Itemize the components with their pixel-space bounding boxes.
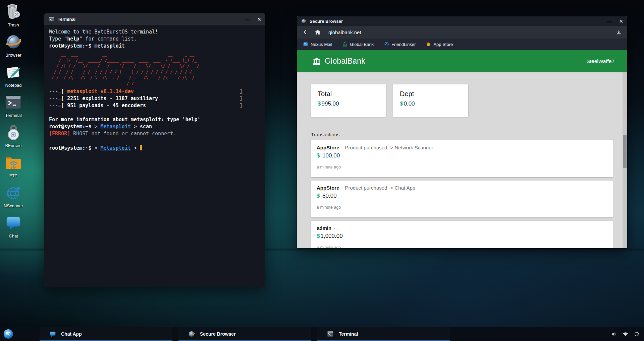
bookmark-friendlinker[interactable]: FriendLinker (384, 42, 416, 47)
taskbar-item-terminal[interactable]: Terminal (317, 327, 450, 341)
site-brand-name: GlobalBank (325, 57, 365, 66)
terminal-close-button[interactable]: ✕ (257, 17, 261, 22)
taskbar-item-label: Terminal (339, 331, 358, 337)
browser-navbar: globalbank.net (297, 26, 627, 39)
terminal-line-scan: root@system:~$ > Metasploit > scan (49, 123, 261, 130)
terminal-prompt-line[interactable]: root@system:~$ > Metasploit > (49, 145, 261, 152)
terminal-window-title: Terminal (58, 17, 75, 22)
logout-icon[interactable] (634, 331, 640, 337)
desktop-icon-ftp[interactable]: FTP FTP (3, 153, 24, 177)
account-cards: Total $995.00 Dept $0.00 (311, 84, 613, 117)
notepad-icon (4, 63, 22, 82)
terminal-window: Terminal — ✕ Welcome to the ByteBurstOS … (44, 13, 265, 287)
scrollbar-thumb[interactable] (623, 135, 627, 168)
desktop-icon-label: Chat (9, 233, 18, 238)
volume-icon[interactable] (611, 331, 617, 337)
network-globe-icon (4, 184, 22, 203)
metasploit-ascii-banner: __ ___ __ __ _ __ / |/ /__ _____/ /_____… (49, 52, 261, 87)
shopping-bag-icon (426, 42, 431, 47)
browser-window-title: Secure Browser (310, 19, 343, 24)
taskbar-items: Chat App Secure Browser (40, 327, 450, 341)
desktop-icon-label: FTP (9, 173, 18, 178)
desktop-icon-label: Notepad (5, 83, 21, 88)
bookmark-app-store[interactable]: App Store (426, 42, 453, 47)
taskbar: Chat App Secure Browser (0, 327, 644, 341)
transaction-amount: $1,000.00 (317, 233, 607, 240)
desktop-icon-notepad[interactable]: Notepad (3, 63, 24, 86)
terminal-line-type-help: Type "help" for command list. (49, 36, 261, 43)
logged-in-user: SteelWaffe7 (586, 58, 614, 64)
desktop-icon-label: BForcee (5, 143, 21, 148)
desktop-icon-terminal[interactable]: Terminal (3, 93, 24, 117)
transaction-row[interactable]: admin-. $1,000.00 a minute ago (311, 221, 613, 248)
desktop-icon-chat[interactable]: Chat (3, 214, 24, 237)
bookmarks-bar: Nexus Mail Global Bank FriendLinker App … (297, 39, 627, 50)
desktop-icon-trash[interactable]: Trash (3, 3, 24, 26)
terminal-line-error: [ERROR] RHOST not found or cannot connec… (49, 130, 261, 137)
home-icon[interactable] (314, 29, 321, 36)
terminal-titlebar[interactable]: Terminal — ✕ (44, 13, 265, 25)
taskbar-item-secure-browser[interactable]: Secure Browser (178, 327, 311, 341)
account-amount: $995.00 (318, 100, 379, 107)
transaction-time: a minute ago (317, 245, 607, 248)
transactions-list: AppStore-Product purchased -> Network Sc… (311, 140, 613, 248)
page-scrollbar[interactable] (623, 72, 627, 248)
desktop-icon-label: Terminal (5, 113, 21, 118)
back-icon[interactable] (302, 29, 308, 35)
terminal-info-payloads: ---=[ 951 payloads - 45 encoders] (49, 102, 261, 109)
transaction-time: a minute ago (317, 165, 607, 169)
site-header: GlobalBank SteelWaffe7 (297, 50, 627, 72)
bank-icon (342, 42, 347, 47)
terminal-line-cmd: root@system:~$ metasploit (49, 43, 261, 50)
terminal-info-version: ---=[ metasploit v6.1.14-dev] (49, 88, 261, 95)
taskbar-item-label: Secure Browser (200, 331, 236, 337)
taskbar-item-chat-app[interactable]: Chat App (40, 327, 172, 341)
account-label: Dept (400, 90, 462, 98)
wifi-icon[interactable] (622, 331, 629, 337)
bookmark-nexus-mail[interactable]: Nexus Mail (303, 42, 332, 47)
desktop-icon-browser[interactable]: Browser (3, 33, 24, 56)
account-label: Total (318, 90, 379, 98)
lock-icon (4, 123, 22, 143)
account-amount: $0.00 (400, 100, 462, 107)
mail-icon (303, 42, 308, 47)
desktop-icon-label: Browser (5, 53, 21, 58)
transaction-row[interactable]: AppStore-Product purchased -> Network Sc… (311, 140, 613, 177)
bank-page: Total $995.00 Dept $0.00 Transactions Ap… (297, 72, 627, 248)
desktop-icon-nscanner[interactable]: NScanner (3, 184, 24, 207)
transaction-time: a minute ago (317, 205, 607, 210)
terminal-titlebar-icon (48, 16, 54, 22)
desktop: Trash Browser Notepad (0, 0, 644, 341)
desktop-icon-label: NScanner (4, 203, 23, 208)
dept-balance-card: Dept $0.00 (393, 84, 468, 117)
trash-icon (4, 3, 22, 22)
folder-wifi-icon: FTP (4, 153, 22, 173)
start-launcher-button[interactable] (3, 328, 14, 340)
terminal-info-exploits: ---=[ 2251 exploits - 1187 auxiliary] (49, 95, 261, 102)
browser-minimize-button[interactable]: — (606, 19, 611, 24)
site-brand: GlobalBank (312, 57, 365, 66)
terminal-icon (327, 330, 334, 338)
browser-titlebar-globe-icon (301, 18, 306, 24)
taskbar-item-label: Chat App (61, 331, 82, 337)
chat-bubble-icon (4, 214, 22, 233)
terminal-output[interactable]: Welcome to the ByteBurstOS terminal! Typ… (44, 25, 265, 155)
transaction-amount: $-100.00 (317, 152, 607, 159)
browser-titlebar[interactable]: Secure Browser — ✕ (297, 16, 627, 26)
transactions-heading: Transactions (311, 132, 613, 137)
transaction-amount: $-80.00 (317, 193, 607, 199)
terminal-line-welcome: Welcome to the ByteBurstOS terminal! (49, 28, 261, 36)
browser-close-button[interactable]: ✕ (619, 19, 623, 24)
desktop-icon-bforcee[interactable]: BForcee (3, 123, 24, 147)
bank-icon (312, 57, 321, 66)
bookmark-global-bank[interactable]: Global Bank (342, 42, 374, 47)
url-field[interactable]: globalbank.net (328, 29, 361, 35)
transaction-row[interactable]: AppStore-Product purchased -> Chat App $… (311, 181, 613, 217)
terminal-line-help-hint: For more information about metasploit: t… (49, 116, 261, 123)
total-balance-card: Total $995.00 (311, 84, 386, 117)
desktop-icon-label: Trash (8, 22, 19, 27)
svg-text:FTP: FTP (11, 166, 16, 169)
chat-bubble-icon (49, 330, 56, 338)
terminal-minimize-button[interactable]: — (245, 17, 250, 22)
download-icon[interactable] (616, 29, 622, 35)
